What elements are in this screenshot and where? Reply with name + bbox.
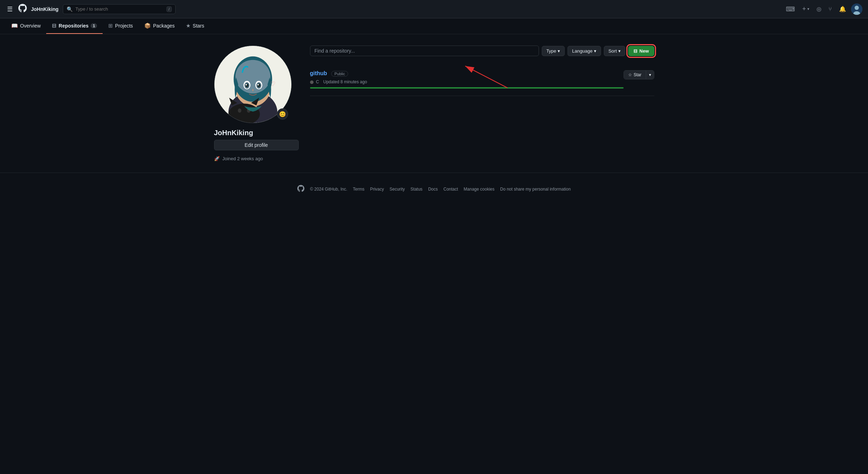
- profile-tabs: 📖 Overview ⊟ Repositories 1 ⊞ Projects 📦…: [0, 18, 868, 34]
- table-icon: ⊞: [108, 23, 113, 29]
- svg-point-15: [245, 84, 247, 85]
- tab-overview[interactable]: 📖 Overview: [6, 18, 46, 34]
- hamburger-button[interactable]: ☰: [6, 4, 14, 14]
- chevron-down-icon: ▾: [649, 72, 651, 77]
- tab-stars-label: Stars: [193, 23, 204, 29]
- rocket-icon: 🚀: [214, 156, 220, 161]
- tab-repositories[interactable]: ⊟ Repositories 1: [46, 18, 103, 34]
- pull-requests-button[interactable]: ⑂: [826, 5, 834, 14]
- profile-username: JoHnKiking: [214, 129, 299, 137]
- repositories-badge: 1: [91, 23, 97, 28]
- tab-projects-label: Projects: [115, 23, 133, 29]
- main-layout: ♡ 😊 JoHnKiking Edit profile 🚀 Joined 2 w…: [208, 34, 660, 173]
- language-indicator: C: [310, 79, 319, 84]
- footer-github-logo: [297, 184, 304, 194]
- tab-overview-label: Overview: [20, 23, 41, 29]
- updated-time: Updated 8 minutes ago: [323, 79, 367, 84]
- table-row: github Public C Updated 8 minutes ago: [310, 63, 654, 96]
- footer-link-do-not-share[interactable]: Do not share my personal information: [500, 187, 571, 192]
- pull-request-icon: ⑂: [828, 6, 832, 12]
- github-logo[interactable]: [18, 4, 27, 14]
- star-button-group: ☆ Star ▾: [624, 70, 654, 79]
- svg-point-8: [235, 60, 270, 94]
- type-filter-button[interactable]: Type ▾: [542, 46, 565, 56]
- chevron-down-icon: ▾: [594, 48, 596, 54]
- sort-button[interactable]: Sort ▾: [604, 46, 625, 56]
- new-repo-label: New: [639, 48, 649, 54]
- tab-packages-label: Packages: [153, 23, 175, 29]
- activity-icon: ◎: [817, 6, 821, 12]
- star-dropdown-button[interactable]: ▾: [646, 71, 654, 79]
- tab-repositories-label: Repositories: [59, 23, 89, 29]
- search-shortcut-kbd: /: [166, 6, 172, 12]
- terminal-button[interactable]: ⌨: [784, 4, 797, 14]
- repos-section: Type ▾ Language ▾ Sort ▾ ⊟ New: [310, 46, 654, 161]
- chevron-down-icon: ▾: [807, 7, 809, 11]
- footer-link-status[interactable]: Status: [411, 187, 423, 192]
- repo-info: github Public C Updated 8 minutes ago: [310, 70, 624, 89]
- activity-button[interactable]: ◎: [814, 4, 824, 14]
- topnav-actions: ⌨ + ▾ ◎ ⑂ 🔔: [784, 4, 862, 15]
- topnav: ☰ JoHnKiking 🔍 / ⌨ + ▾ ◎ ⑂ 🔔: [0, 0, 868, 18]
- tab-packages[interactable]: 📦 Packages: [139, 18, 180, 34]
- svg-text:♡: ♡: [269, 80, 275, 88]
- avatar[interactable]: [851, 4, 862, 15]
- footer-link-privacy[interactable]: Privacy: [370, 187, 384, 192]
- svg-point-18: [238, 108, 241, 113]
- footer: © 2024 GitHub, Inc. Terms Privacy Securi…: [0, 173, 868, 205]
- terminal-icon: ⌨: [786, 5, 795, 13]
- book-icon: 📖: [11, 23, 18, 29]
- footer-link-contact[interactable]: Contact: [443, 187, 458, 192]
- search-icon: 🔍: [67, 6, 73, 12]
- star-button[interactable]: ☆ Star: [624, 71, 646, 79]
- inbox-button[interactable]: 🔔: [837, 4, 848, 14]
- new-repo-button[interactable]: ⊟ New: [628, 46, 654, 56]
- repo-search-input[interactable]: [310, 46, 539, 56]
- footer-copyright: © 2024 GitHub, Inc.: [310, 187, 347, 192]
- create-new-button[interactable]: + ▾: [800, 4, 812, 14]
- avatar-wrap: ♡ 😊: [214, 46, 292, 123]
- svg-point-16: [257, 84, 259, 85]
- hamburger-icon: ☰: [7, 6, 13, 13]
- type-filter-label: Type: [546, 48, 556, 54]
- smiley-icon: 😊: [279, 111, 286, 118]
- plus-icon: +: [802, 5, 806, 13]
- footer-link-security[interactable]: Security: [389, 187, 405, 192]
- repos-toolbar: Type ▾ Language ▾ Sort ▾ ⊟ New: [310, 46, 654, 56]
- language-bar: [310, 87, 624, 89]
- footer-link-docs[interactable]: Docs: [428, 187, 438, 192]
- language-filter-label: Language: [572, 48, 593, 54]
- inbox-icon: 🔔: [839, 6, 846, 12]
- sort-label: Sort: [608, 48, 617, 54]
- repo-meta: C Updated 8 minutes ago: [310, 79, 624, 84]
- footer-link-manage-cookies[interactable]: Manage cookies: [464, 187, 494, 192]
- search-bar[interactable]: 🔍 /: [63, 4, 176, 14]
- repo-actions: ☆ Star ▾: [624, 70, 654, 79]
- star-tab-icon: ★: [186, 23, 190, 29]
- repo-name-link[interactable]: github: [310, 70, 327, 76]
- star-label: Star: [633, 72, 641, 77]
- joined-info: 🚀 Joined 2 weeks ago: [214, 156, 299, 161]
- joined-text: Joined 2 weeks ago: [223, 156, 263, 161]
- edit-profile-button[interactable]: Edit profile: [214, 140, 299, 150]
- language-dot: [310, 80, 314, 84]
- repo-new-icon: ⊟: [633, 48, 637, 54]
- star-icon: ☆: [628, 72, 632, 77]
- language-label: C: [316, 79, 319, 84]
- avatar-emoji-button[interactable]: 😊: [277, 108, 288, 120]
- language-filter-button[interactable]: Language ▾: [567, 46, 601, 56]
- package-icon: 📦: [144, 23, 151, 29]
- tab-projects[interactable]: ⊞ Projects: [103, 18, 139, 34]
- repo-list: github Public C Updated 8 minutes ago: [310, 63, 654, 96]
- repo-icon: ⊟: [52, 23, 56, 29]
- svg-point-1: [855, 6, 859, 10]
- chevron-down-icon: ▾: [558, 48, 560, 54]
- tab-stars[interactable]: ★ Stars: [180, 18, 210, 34]
- annotation-arrow: [310, 46, 654, 158]
- topnav-username[interactable]: JoHnKiking: [31, 6, 59, 12]
- footer-link-terms[interactable]: Terms: [353, 187, 364, 192]
- search-input[interactable]: [75, 6, 164, 12]
- visibility-badge: Public: [331, 71, 348, 77]
- sidebar: ♡ 😊 JoHnKiking Edit profile 🚀 Joined 2 w…: [214, 46, 299, 161]
- chevron-down-icon: ▾: [618, 48, 621, 54]
